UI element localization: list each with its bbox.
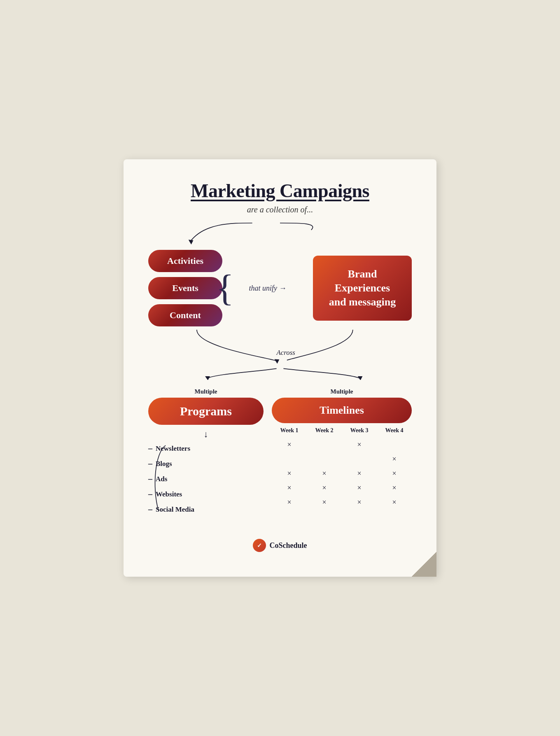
- page-subtitle: are a collection of...: [148, 205, 412, 214]
- programs-oval: Programs: [148, 398, 264, 425]
- that-unify-label: that unify →: [245, 284, 291, 293]
- list-item: – Websites: [148, 489, 264, 499]
- activities-pill: Activities: [148, 250, 222, 272]
- content-pill: Content: [148, 304, 222, 326]
- left-pills-group: Activities Events Content: [148, 250, 222, 326]
- timelines-oval: Timelines: [272, 398, 412, 423]
- list-item: – Blogs: [148, 459, 264, 468]
- grid-cell: ×: [275, 469, 304, 478]
- grid-cell: ×: [380, 498, 409, 507]
- week-1-label: Week 1: [280, 427, 299, 434]
- footer: ✓ CoSchedule: [148, 539, 412, 552]
- coschedule-logo: ✓ CoSchedule: [253, 539, 307, 552]
- week-2-label: Week 2: [315, 427, 334, 434]
- timelines-grid: × × × × ×: [272, 440, 412, 507]
- down-arrows-svg: [148, 368, 412, 380]
- brand-experiences-box: Brand Experiences and messaging: [313, 256, 412, 320]
- week-3-label: Week 3: [350, 427, 369, 434]
- grid-cell: ×: [345, 440, 374, 449]
- across-arrows-svg: Across: [148, 326, 412, 368]
- grid-cell: ×: [380, 484, 409, 492]
- main-content: Activities Events Content that unify → B…: [148, 250, 412, 522]
- grid-cell: ×: [345, 484, 374, 492]
- list-item: – Newsletters: [148, 444, 264, 453]
- programs-multiple-label: Multiple: [148, 388, 264, 395]
- program-items-list: – Newsletters – Blogs – Ads – Websites: [148, 444, 264, 514]
- svg-marker-1: [275, 359, 280, 363]
- grid-cell: ×: [275, 484, 304, 492]
- grid-cell: ×: [380, 455, 409, 463]
- grid-cell: ×: [275, 498, 304, 507]
- events-pill: Events: [148, 277, 222, 299]
- grid-cell: ×: [275, 440, 304, 449]
- grid-cell: ×: [310, 498, 339, 507]
- week-headers: Week 1 Week 2 Week 3 Week 4: [272, 427, 412, 436]
- grid-cell: ×: [310, 484, 339, 492]
- table-row: × × × ×: [272, 469, 412, 478]
- top-arrows-svg: [148, 217, 412, 250]
- timelines-multiple-label: Multiple: [272, 388, 412, 395]
- grid-cell: ×: [345, 469, 374, 478]
- page-title: Marketing Campaigns: [148, 180, 412, 202]
- loop-arrow-area: [148, 514, 412, 522]
- table-row: × ×: [272, 440, 412, 449]
- middle-row: Activities Events Content that unify → B…: [148, 250, 412, 326]
- logo-icon: ✓: [253, 539, 266, 552]
- table-row: × × × ×: [272, 498, 412, 507]
- grid-cell: ×: [310, 469, 339, 478]
- loop-arrow-svg: [148, 514, 412, 522]
- header: Marketing Campaigns are a collection of.…: [148, 180, 412, 214]
- table-row: × × × ×: [272, 484, 412, 492]
- left-pills: Activities Events Content: [148, 250, 222, 326]
- list-item: – Social Media: [148, 505, 264, 514]
- bottom-row: Multiple Programs ↓ – Newsletters – Blog…: [148, 388, 412, 514]
- programs-down-arrow: ↓: [148, 429, 264, 440]
- grid-cell: ×: [345, 498, 374, 507]
- grid-cell: ×: [380, 469, 409, 478]
- infographic-page: Marketing Campaigns are a collection of.…: [124, 159, 436, 577]
- svg-marker-0: [189, 240, 194, 245]
- programs-column: Multiple Programs ↓ – Newsletters – Blog…: [148, 388, 264, 514]
- brand-name: CoSchedule: [269, 541, 307, 550]
- svg-marker-3: [205, 376, 210, 380]
- table-row: ×: [272, 455, 412, 463]
- svg-text:Across: Across: [276, 349, 296, 356]
- week-4-label: Week 4: [385, 427, 404, 434]
- list-item: – Ads: [148, 474, 264, 484]
- timelines-column: Multiple Timelines Week 1 Week 2 Week 3 …: [272, 388, 412, 514]
